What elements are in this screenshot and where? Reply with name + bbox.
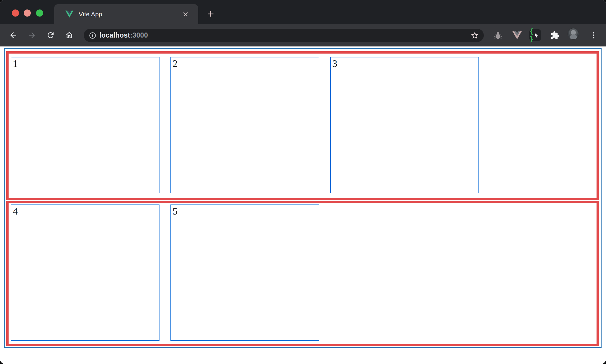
browser-menu-button[interactable] (589, 30, 598, 40)
row-2: 4 5 (6, 201, 599, 346)
extension-braces-cursor-button[interactable]: { } (529, 29, 541, 41)
box-number-label: 4 (13, 206, 18, 217)
traffic-light-close[interactable] (12, 9, 19, 17)
more-vert-icon (589, 31, 598, 39)
tab-title: Vite App (79, 11, 182, 18)
url-host: localhost (99, 31, 130, 39)
profile-avatar[interactable] (568, 28, 579, 40)
cursor-arrow-icon (534, 33, 539, 38)
back-button[interactable] (9, 31, 18, 40)
numbered-box-1: 1 (11, 57, 159, 193)
numbered-box-3: 3 (330, 57, 479, 193)
bookmark-star-icon[interactable] (470, 31, 479, 40)
numbered-box-2: 2 (170, 57, 319, 193)
box-number-label: 5 (173, 206, 178, 217)
vue-logo-icon (65, 10, 73, 18)
browser-window: Vite App (0, 0, 606, 364)
forward-button[interactable] (28, 31, 36, 40)
plus-icon (206, 9, 215, 19)
url-text[interactable]: localhost:3000 (99, 31, 470, 39)
home-button[interactable] (65, 31, 74, 40)
reload-button[interactable] (46, 31, 55, 40)
tab-close-button[interactable] (182, 10, 189, 18)
row-1: 1 2 3 (6, 51, 599, 200)
back-icon (9, 31, 18, 40)
new-tab-button[interactable] (206, 9, 216, 19)
box-number-label: 2 (173, 58, 178, 69)
tab-vite-app[interactable]: Vite App (54, 4, 198, 24)
site-info-icon[interactable] (89, 32, 96, 39)
vue-devtools-icon (512, 31, 522, 39)
page-content: 1 2 3 4 5 (0, 46, 606, 364)
toolbar: localhost:3000 { } (0, 24, 606, 46)
extensions-menu-button[interactable] (550, 30, 560, 40)
extension-vue-devtools-button[interactable] (512, 30, 522, 40)
home-icon (65, 31, 74, 40)
box-number-label: 1 (13, 58, 18, 69)
traffic-light-zoom[interactable] (36, 9, 43, 17)
puzzle-icon (550, 31, 560, 40)
numbered-box-4: 4 (11, 204, 159, 341)
box-number-label: 3 (332, 58, 337, 69)
bug-icon (494, 31, 502, 40)
close-icon (182, 11, 189, 18)
outer-container: 1 2 3 4 5 (4, 48, 602, 348)
url-bar[interactable]: localhost:3000 (84, 29, 484, 42)
tab-strip: Vite App (0, 0, 606, 24)
reload-icon (46, 31, 55, 40)
url-port: :3000 (130, 31, 148, 39)
traffic-light-minimize[interactable] (24, 9, 31, 17)
forward-icon (28, 31, 36, 40)
numbered-box-5: 5 (170, 204, 319, 341)
extension-bug-button[interactable] (493, 30, 503, 40)
